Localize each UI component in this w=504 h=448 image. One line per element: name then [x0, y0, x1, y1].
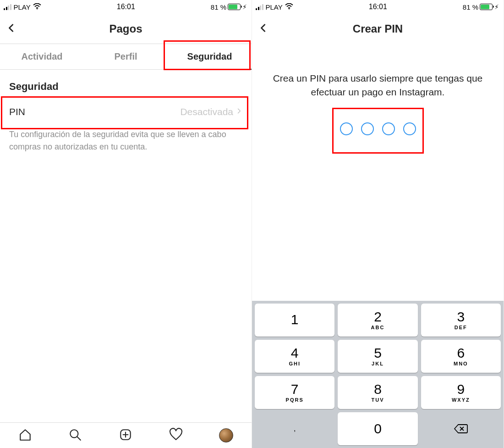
- tab-profile[interactable]: Perfil: [84, 44, 168, 69]
- pin-dot-2: [361, 122, 374, 135]
- key-6[interactable]: 6MNO: [421, 340, 501, 373]
- carrier-label: PLAY: [266, 3, 283, 11]
- status-left: PLAY: [4, 3, 41, 11]
- status-right: 81 % ⚡︎: [463, 3, 499, 11]
- back-button[interactable]: [6, 22, 16, 36]
- status-left: PLAY: [256, 3, 293, 11]
- battery-icon: [480, 4, 493, 10]
- wifi-icon: [33, 3, 41, 11]
- pin-dot-4: [403, 122, 416, 135]
- numeric-keypad: 1 2ABC 3DEF 4GHI 5JKL 6MNO 7PQRS 8TUV 9W…: [252, 301, 504, 448]
- screen-create-pin: PLAY 16:01 81 % ⚡︎ Crear PIN Crea un PIN…: [252, 0, 504, 448]
- key-4[interactable]: 4GHI: [255, 340, 334, 373]
- svg-line-2: [77, 437, 81, 440]
- nav-header: Pagos: [0, 14, 252, 44]
- signal-icon: [4, 4, 11, 10]
- backspace-icon: [454, 423, 468, 434]
- pin-dot-1: [340, 122, 353, 135]
- security-help-text: Tu configuración de la seguridad evita q…: [0, 125, 252, 157]
- signal-icon: [256, 4, 263, 10]
- row-pin-value: Desactivada: [180, 106, 233, 117]
- nav-new-post[interactable]: [119, 428, 132, 443]
- screen-payments: PLAY 16:01 81 % ⚡︎ Pagos Actividad Perfi…: [0, 0, 252, 448]
- row-pin-label: PIN: [9, 106, 25, 117]
- row-pin-right: Desactivada: [180, 106, 242, 117]
- clock: 16:01: [369, 3, 387, 11]
- svg-point-6: [289, 8, 290, 9]
- page-title: Pagos: [109, 22, 142, 35]
- status-bar: PLAY 16:01 81 % ⚡︎: [0, 0, 252, 14]
- tab-activity[interactable]: Actividad: [0, 44, 84, 69]
- svg-point-0: [37, 8, 38, 9]
- battery-percent: 81 %: [211, 3, 226, 11]
- clock: 16:01: [117, 3, 135, 11]
- wifi-icon: [285, 3, 293, 11]
- key-backspace[interactable]: [421, 412, 501, 445]
- battery-percent: 81 %: [463, 3, 478, 11]
- page-title: Crear PIN: [353, 22, 403, 35]
- key-comma[interactable]: ,: [255, 412, 334, 445]
- status-right: 81 % ⚡︎: [211, 3, 247, 11]
- key-3[interactable]: 3DEF: [421, 304, 501, 337]
- charging-icon: ⚡︎: [494, 3, 499, 11]
- back-button[interactable]: [258, 22, 268, 36]
- key-8[interactable]: 8TUV: [338, 376, 417, 409]
- nav-home[interactable]: [18, 428, 32, 443]
- pin-dot-3: [382, 122, 395, 135]
- nav-profile[interactable]: [219, 428, 233, 442]
- pin-instruction: Crea un PIN para usarlo siempre que teng…: [252, 44, 504, 113]
- status-bar: PLAY 16:01 81 % ⚡︎: [252, 0, 504, 14]
- tab-underline: [168, 69, 252, 70]
- chevron-right-icon: [236, 106, 242, 117]
- nav-activity[interactable]: [169, 428, 183, 443]
- tab-security[interactable]: Seguridad: [168, 44, 252, 69]
- key-0[interactable]: 0: [338, 412, 417, 445]
- key-9[interactable]: 9WXYZ: [421, 376, 501, 409]
- key-1[interactable]: 1: [255, 304, 334, 337]
- charging-icon: ⚡︎: [242, 3, 247, 11]
- nav-header: Crear PIN: [252, 14, 504, 44]
- avatar: [219, 428, 233, 442]
- key-2[interactable]: 2ABC: [338, 304, 417, 337]
- key-7[interactable]: 7PQRS: [255, 376, 334, 409]
- battery-icon: [228, 4, 241, 10]
- section-title-security: Seguridad: [0, 70, 252, 99]
- row-pin[interactable]: PIN Desactivada: [0, 99, 252, 125]
- key-5[interactable]: 5JKL: [338, 340, 417, 373]
- carrier-label: PLAY: [14, 3, 31, 11]
- bottom-tabbar: [0, 422, 252, 448]
- tabs: Actividad Perfil Seguridad: [0, 44, 252, 70]
- nav-search[interactable]: [68, 428, 82, 443]
- pin-input[interactable]: [252, 113, 504, 149]
